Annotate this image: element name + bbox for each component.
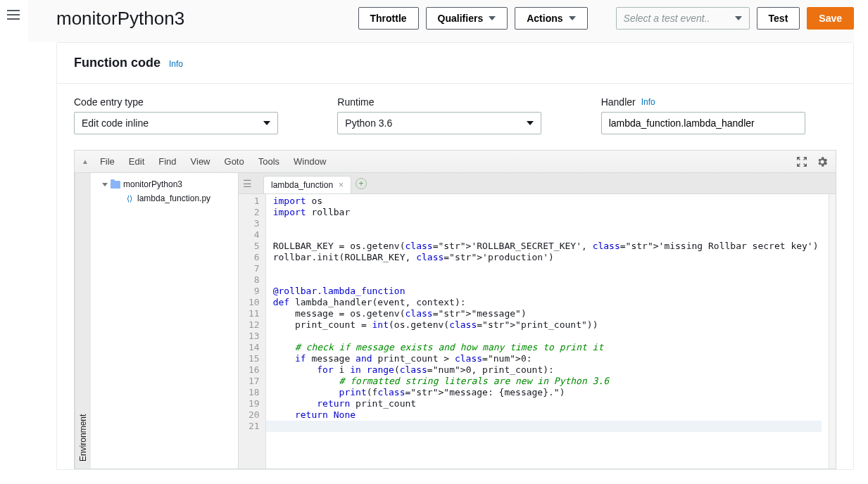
handler-input-wrap — [601, 112, 805, 134]
tab-strip: ☰ lambda_function × + — [239, 173, 836, 194]
caret-down-icon — [735, 16, 742, 20]
handler-input[interactable] — [609, 117, 798, 129]
caret-down-icon — [569, 16, 576, 20]
file-tree: monitorPython3 ⟨⟩ lambda_function.py — [91, 173, 239, 469]
fullscreen-icon[interactable] — [796, 156, 807, 167]
ide-menubar: ▲ File Edit Find View Goto Tools Window — [75, 151, 836, 173]
test-event-placeholder: Select a test event.. — [624, 13, 710, 24]
gear-icon[interactable] — [816, 155, 829, 168]
tree-caret-icon — [102, 183, 108, 186]
save-button[interactable]: Save — [807, 7, 854, 30]
caret-down-icon — [527, 121, 534, 125]
environment-tab[interactable]: Environment — [75, 173, 91, 469]
menu-find[interactable]: Find — [151, 156, 183, 167]
menu-goto[interactable]: Goto — [218, 156, 251, 167]
scrollbar[interactable] — [829, 194, 836, 469]
menu-window[interactable]: Window — [287, 156, 333, 167]
code-entry-select[interactable]: Edit code inline — [74, 112, 278, 134]
new-tab-button[interactable]: + — [356, 178, 367, 189]
runtime-select[interactable]: Python 3.6 — [337, 112, 541, 134]
topbar: monitorPython3 Throttle Qualifiers Actio… — [28, 0, 854, 42]
code-area[interactable]: 123456789101112131415161718192021 import… — [239, 194, 836, 469]
code-editor: ▲ File Edit Find View Goto Tools Window — [74, 150, 836, 469]
menu-file[interactable]: File — [93, 156, 122, 167]
collapse-icon[interactable]: ▲ — [82, 158, 89, 165]
function-code-card: Function code Info Code entry type Edit … — [56, 42, 854, 470]
close-icon[interactable]: × — [339, 180, 344, 190]
menu-edit[interactable]: Edit — [122, 156, 151, 167]
tree-root[interactable]: monitorPython3 — [91, 177, 238, 191]
handler-info-link[interactable]: Info — [641, 97, 655, 107]
menu-tools[interactable]: Tools — [251, 156, 287, 167]
info-link[interactable]: Info — [169, 59, 183, 69]
code-entry-label: Code entry type — [74, 96, 309, 108]
tree-file[interactable]: ⟨⟩ lambda_function.py — [91, 191, 238, 205]
test-event-select[interactable]: Select a test event.. — [616, 7, 750, 30]
card-title: Function code — [74, 56, 161, 70]
caret-down-icon — [489, 16, 496, 20]
python-file-icon: ⟨⟩ — [125, 193, 134, 203]
menu-icon[interactable] — [7, 10, 20, 20]
actions-button[interactable]: Actions — [515, 7, 587, 30]
qualifiers-button[interactable]: Qualifiers — [426, 7, 508, 30]
tab-list-icon[interactable]: ☰ — [243, 178, 252, 189]
function-name: monitorPython3 — [56, 8, 184, 30]
folder-icon — [111, 181, 120, 189]
caret-down-icon — [263, 121, 270, 125]
throttle-button[interactable]: Throttle — [358, 7, 419, 30]
editor-tab[interactable]: lambda_function × — [263, 176, 351, 193]
menu-view[interactable]: View — [184, 156, 218, 167]
test-button[interactable]: Test — [757, 7, 800, 30]
handler-label: Handler — [601, 96, 636, 108]
runtime-label: Runtime — [337, 96, 572, 108]
